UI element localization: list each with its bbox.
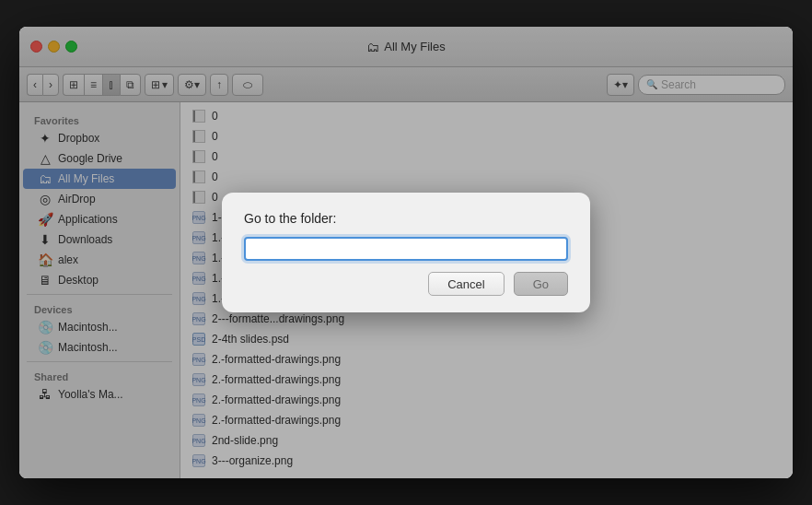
finder-window: 🗂 All My Files ‹ › ⊞ ≡ ⫿ ⧉ ⊞ ▾ ⚙ ▾ ↑ ⬭ ✦: [19, 27, 793, 478]
modal-buttons: Cancel Go: [244, 272, 568, 296]
modal-title: Go to the folder:: [244, 211, 568, 226]
modal-overlay: Go to the folder: Cancel Go: [19, 27, 793, 478]
go-button[interactable]: Go: [514, 272, 568, 296]
folder-path-input[interactable]: [244, 237, 568, 261]
cancel-button[interactable]: Cancel: [428, 272, 504, 296]
goto-folder-modal: Go to the folder: Cancel Go: [222, 193, 590, 312]
